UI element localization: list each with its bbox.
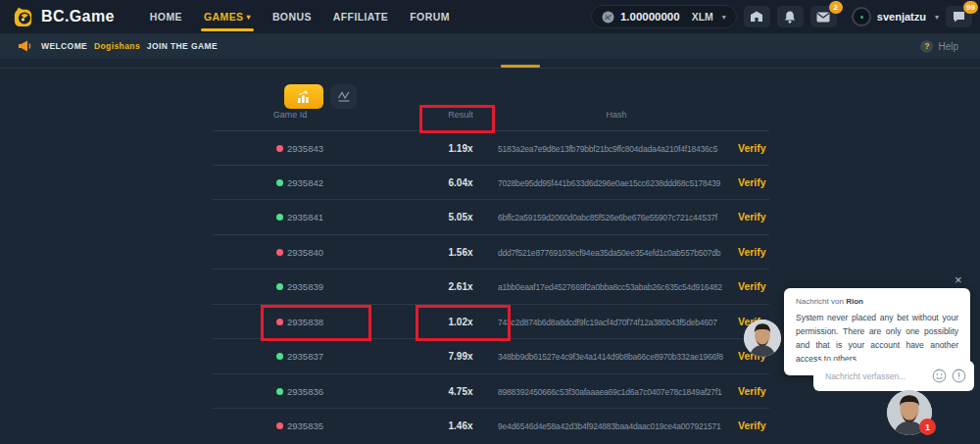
game-id: 2935843 [287,143,323,154]
status-dot [276,249,283,256]
table-row: 2935843 1.19x 5183a2ea7e9d8e13fb79bbf21b… [212,130,769,166]
status-dot [276,145,283,152]
hash-value: 9e4d6546d4e58a42d3b4f924883baa4daac019ce… [498,421,733,431]
game-id: 2935840 [287,247,323,258]
nav-right-cluster: 1.00000000 XLM ▾ [591,0,972,33]
user-menu[interactable]: svenjatzu ▾ [852,7,939,26]
verify-link[interactable]: Verify [738,419,766,431]
welcome-username: Dogishans [94,41,140,51]
top-navbar: BC.Game HOME GAMES▾ BONUS AFFILIATE FORU… [0,0,980,33]
welcome-text: WELCOME [41,41,87,51]
table-row: 2935836 4.75x 8988392450666c53f30afaaaea… [212,374,769,410]
chat-button[interactable]: 99 [946,6,972,27]
hash-value: 348bb9db61527e4c9f3e4a1414d9b8ba66ce8970… [498,352,733,362]
sender-name: Rion [846,297,863,306]
bell-icon [784,11,796,24]
chat-badge: 99 [963,1,978,14]
help-label: Help [938,41,958,52]
trend-line-icon [337,90,351,103]
chat-message-input[interactable] [825,371,932,381]
verify-link[interactable]: Verify [738,280,766,292]
hash-value: ddd7f521e87769103ecf94ea35da50ee354efd1c… [498,248,733,258]
hash-value: 6bffc2a59159d2060d0abc85f526e6be676e5590… [498,213,733,222]
question-icon: ? [920,40,933,53]
balance-selector[interactable]: 1.00000000 XLM ▾ [591,5,737,28]
active-tab-indicator [501,65,540,68]
verify-link[interactable]: Verify [738,246,766,258]
verify-link[interactable]: Verify [738,176,766,188]
wallet-icon [750,11,763,23]
column-hash: Hash [498,110,735,120]
highlight-box-result-header [419,105,495,133]
history-view-toggles [284,84,357,109]
game-id: 2935839 [287,281,323,292]
bar-chart-icon [296,90,312,104]
coin-icon [602,11,614,24]
table-row: 2935839 2.61x a1bb0eaaf17ed4527669f2a0bb… [212,270,769,305]
nav-forum[interactable]: FORUM [399,0,461,33]
emoji-icon[interactable] [932,369,947,383]
verify-link[interactable]: Verify [738,142,766,154]
join-text: JOIN THE GAME [147,41,218,51]
bar-chart-view-button[interactable] [284,84,323,109]
currency-label: XLM [692,11,713,23]
info-icon[interactable] [952,369,966,383]
result-value: 5.05x [412,212,510,222]
sender-avatar [744,320,781,357]
hash-value: 7028be95dd95f441b633d6d296e0ae15cc6238dd… [498,178,733,188]
user-avatar [852,7,871,26]
hash-value: 5183a2ea7e9d8e13fb79bbf21bc9ffc804dada4a… [498,144,733,154]
status-dot [276,353,283,360]
chat-close-icon[interactable]: × [955,273,962,286]
balance-amount: 1.00000000 [620,11,680,23]
highlight-box-result-1-02x [416,305,511,341]
result-value: 1.56x [412,247,510,258]
messages-button[interactable]: 2 [810,6,837,27]
highlight-box-game-id-2935838 [261,305,371,341]
chevron-down-icon: ▾ [722,13,726,22]
status-dot [276,422,283,429]
nav-games[interactable]: GAMES▾ [193,0,262,33]
notifications-button[interactable] [777,6,804,27]
status-dot [276,283,283,290]
brand-name: BC.Game [41,8,115,25]
result-value: 1.19x [412,143,510,154]
result-value: 6.04x [412,177,510,188]
result-value: 4.75x [412,386,510,397]
hash-value: a1bb0eaaf17ed4527669f2a0bba8cc53abab26c6… [498,282,733,292]
nav-affiliate[interactable]: AFFILIATE [322,0,399,33]
message-from-label: Nachricht von Rion [796,297,958,306]
chevron-down-icon: ▾ [935,13,939,22]
announcement-bar: WELCOME Dogishans JOIN THE GAME ? Help [0,33,980,59]
game-id: 2935836 [287,386,323,397]
nav-home[interactable]: HOME [139,0,193,33]
result-value: 7.99x [412,351,510,362]
status-dot [276,214,283,221]
verify-link[interactable]: Verify [738,385,766,397]
hash-value: 8988392450666c53f30afaaaea69c1d6a7c0407e… [498,387,733,397]
table-row: 2935835 1.46x 9e4d6546d4e58a42d3b4f92488… [212,409,769,444]
table-row: 2935840 1.56x ddd7f521e87769103ecf94ea35… [212,235,769,271]
result-value: 2.61x [412,281,510,292]
nav-bonus[interactable]: BONUS [262,0,322,33]
wallet-button[interactable] [744,6,770,27]
table-row: 2935837 7.99x 348bb9db61527e4c9f3e4a1414… [212,339,769,374]
hash-value: 743c2d874b6d8a8dcdf9fc19acf4d70f74f12a38… [498,318,733,327]
game-id: 2935842 [287,177,323,188]
brand-logo[interactable]: BC.Game [12,6,115,28]
table-row: 2935842 6.04x 7028be95dd95f441b633d6d296… [212,166,769,201]
bc-game-logo-icon [12,6,34,28]
tab-strip [0,59,980,69]
message-text: System never placed any bet without your… [796,311,958,366]
username: svenjatzu [877,11,926,23]
status-dot [276,179,283,186]
column-game-id: Game Id [251,110,329,120]
help-link[interactable]: ? Help [920,40,958,53]
table-row: 2935841 5.05x 6bffc2a59159d2060d0abc85f5… [212,200,769,235]
game-id: 2935835 [287,420,323,431]
megaphone-icon [18,40,31,52]
chat-bubble-icon [953,11,965,23]
trend-view-button[interactable] [330,84,357,109]
envelope-icon [816,12,830,23]
verify-link[interactable]: Verify [738,211,766,222]
